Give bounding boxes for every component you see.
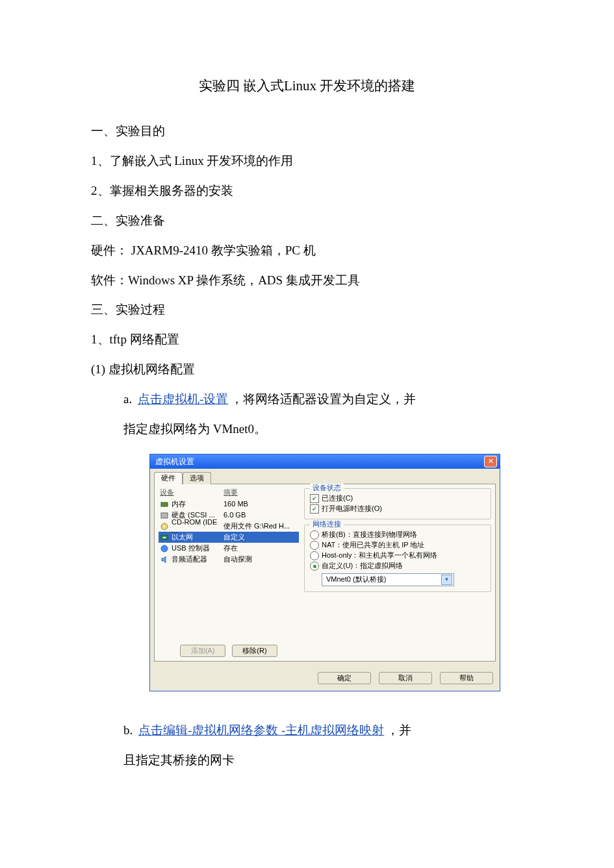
text-1-1: 1、了解嵌入式 Linux 开发环境的作用 — [91, 148, 523, 174]
device-summary: 6.0 GB — [224, 511, 298, 519]
device-header-name: 设备 — [160, 488, 224, 497]
text-sw: 软件：Windows XP 操作系统，ADS 集成开发工具 — [91, 267, 523, 293]
checkbox-connected[interactable]: ✔ — [310, 494, 319, 503]
device-row-cdrom[interactable]: CD-ROM (IDE ... 使用文件 G:\Red H... — [159, 521, 299, 532]
heading-2: 二、实验准备 — [91, 208, 523, 234]
cancel-button[interactable]: 取消 — [379, 672, 432, 684]
help-button[interactable]: 帮助 — [440, 672, 493, 684]
chevron-down-icon: ▼ — [441, 575, 452, 585]
step-a-link[interactable]: 点击虚拟机-设置 — [135, 392, 231, 406]
device-row-ethernet[interactable]: 以太网 自定义 — [159, 532, 299, 543]
text-1-2: 2、掌握相关服务器的安装 — [91, 178, 523, 204]
cdrom-icon — [160, 523, 169, 530]
radio-bridged[interactable] — [310, 530, 319, 539]
device-summary: 自定义 — [224, 533, 298, 541]
usb-icon — [160, 545, 169, 552]
device-name: USB 控制器 — [172, 544, 224, 552]
radio-custom-label: 自定义(U)：指定虚拟网络 — [322, 562, 403, 570]
device-name: 音频适配器 — [172, 555, 224, 564]
radio-hostonly-label: Host-only：和主机共享一个私有网络 — [322, 551, 437, 560]
text-hw: 硬件： JXARM9-2410 教学实验箱，PC 机 — [91, 238, 523, 264]
disk-icon — [160, 512, 169, 519]
step-a-suffix1: ，将网络适配器设置为自定义，并 — [231, 392, 416, 406]
radio-bridged-label: 桥接(B)：直接连接到物理网络 — [322, 530, 417, 539]
device-name: 内存 — [172, 500, 224, 508]
checkbox-connected-label: 已连接(C) — [322, 494, 353, 502]
device-row-memory[interactable]: 内存 160 MB — [159, 499, 299, 510]
radio-custom[interactable] — [310, 562, 319, 571]
doc-title: 实验四 嵌入式Linux 开发环境的搭建 — [91, 71, 523, 100]
heading-1: 一、实验目的 — [91, 118, 523, 144]
step-a-prefix: a. — [123, 392, 135, 406]
remove-device-button[interactable]: 移除(R) — [232, 645, 277, 657]
svg-rect-1 — [161, 513, 168, 518]
vm-settings-dialog: 虚拟机设置 ✕ 硬件 选项 设备 摘要 内存 — [149, 454, 500, 691]
tab-hardware[interactable]: 硬件 — [154, 472, 183, 484]
device-row-usb[interactable]: USB 控制器 存在 — [159, 543, 299, 554]
device-summary: 160 MB — [224, 500, 298, 508]
tab-options[interactable]: 选项 — [183, 472, 211, 484]
svg-rect-0 — [161, 502, 168, 506]
device-summary: 使用文件 G:\Red H... — [224, 522, 298, 530]
device-row-audio[interactable]: 音频适配器 自动探测 — [159, 554, 299, 565]
svg-point-3 — [164, 526, 165, 527]
group-device-status: 设备状态 ✔ 已连接(C) ✔ 打开电源时连接(O) — [304, 488, 491, 519]
radio-hostonly[interactable] — [310, 551, 319, 560]
svg-point-6 — [161, 545, 168, 552]
checkbox-power-label: 打开电源时连接(O) — [322, 504, 382, 513]
step-b-suffix1: ，并 — [387, 723, 411, 737]
text-3-1: 1、tftp 网络配置 — [91, 327, 523, 353]
memory-icon — [160, 501, 169, 508]
vmnet-select[interactable]: VMnet0 (默认桥接) ▼ — [322, 573, 454, 586]
group-title-network: 网络连接 — [310, 520, 344, 528]
step-a-line2: 指定虚拟网络为 VMnet0。 — [91, 416, 523, 442]
radio-nat[interactable] — [310, 541, 319, 550]
dialog-titlebar: 虚拟机设置 ✕ — [150, 454, 500, 469]
group-network-connection: 网络连接 桥接(B)：直接连接到物理网络 NAT：使用已共享的主机 IP 地址 … — [304, 525, 491, 592]
device-summary: 自动探测 — [224, 555, 298, 564]
step-b-link[interactable]: 点击编辑-虚拟机网络参数 -主机虚拟网络映射 — [136, 723, 387, 737]
step-b-line2: 且指定其桥接的网卡 — [91, 747, 523, 773]
step-b-line1: b. 点击编辑-虚拟机网络参数 -主机虚拟网络映射，并 — [91, 717, 523, 743]
group-title-status: 设备状态 — [310, 484, 344, 492]
device-name: CD-ROM (IDE ... — [172, 518, 224, 535]
device-list: 设备 摘要 内存 160 MB 硬盘 (SCSI ... 6.0 GB — [159, 488, 299, 657]
close-icon[interactable]: ✕ — [484, 456, 497, 467]
device-header-summary: 摘要 — [224, 488, 298, 497]
device-name: 以太网 — [172, 533, 224, 541]
heading-3: 三、实验过程 — [91, 297, 523, 323]
step-b-prefix: b. — [123, 723, 136, 737]
svg-rect-5 — [163, 537, 166, 538]
text-3-1-1: (1) 虚拟机网络配置 — [91, 356, 523, 382]
step-a-line1: a. 点击虚拟机-设置，将网络适配器设置为自定义，并 — [91, 386, 523, 412]
ethernet-icon — [160, 534, 169, 541]
radio-nat-label: NAT：使用已共享的主机 IP 地址 — [322, 541, 425, 549]
dialog-title: 虚拟机设置 — [155, 457, 194, 466]
vmnet-select-value: VMnet0 (默认桥接) — [326, 575, 386, 584]
device-summary: 存在 — [224, 544, 298, 552]
add-device-button[interactable]: 添加(A) — [180, 645, 225, 657]
ok-button[interactable]: 确定 — [318, 672, 371, 684]
checkbox-connect-on-power[interactable]: ✔ — [310, 504, 319, 514]
audio-icon — [160, 556, 169, 564]
svg-marker-7 — [162, 556, 166, 563]
